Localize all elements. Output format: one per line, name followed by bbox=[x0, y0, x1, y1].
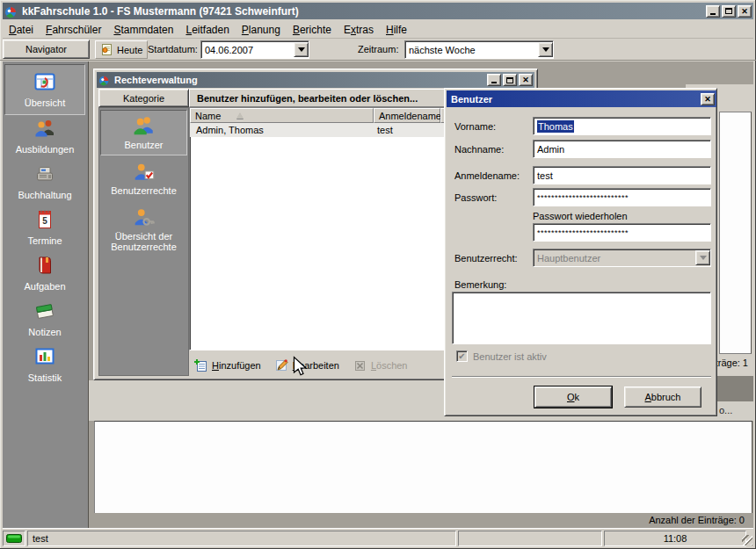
maximize-icon[interactable] bbox=[503, 74, 517, 86]
status-time-label: 11:08 bbox=[664, 533, 687, 544]
status-empty-panel bbox=[458, 531, 602, 546]
passwort-wiederholen-label: Passwort wiederholen bbox=[533, 211, 628, 221]
menu-datei[interactable]: Datei bbox=[3, 22, 40, 38]
kategorie-header-label: Kategorie bbox=[123, 93, 164, 104]
startdatum-dropdown-icon[interactable] bbox=[294, 42, 309, 57]
minimize-icon[interactable] bbox=[487, 74, 501, 86]
benutzer-aktiv-checkbox[interactable]: ✔ Benutzer ist aktiv bbox=[456, 350, 547, 362]
background-list-bottom bbox=[94, 421, 752, 513]
menubar: Datei Fahrschüler Stammdaten Leitfaden P… bbox=[3, 21, 753, 39]
kategorie-item-benutzer[interactable]: Benutzer bbox=[100, 110, 187, 155]
statusbar: test 11:08 bbox=[3, 528, 753, 546]
sidebar-item-label: Notizen bbox=[28, 327, 61, 337]
anmeldename-field[interactable]: test bbox=[533, 166, 711, 184]
svg-text:5: 5 bbox=[42, 216, 47, 226]
kategorie-item-benutzerrechte[interactable]: Benutzerrechte bbox=[100, 161, 187, 203]
ok-button[interactable]: Ok bbox=[534, 386, 612, 408]
sidebar-item-termine[interactable]: 5 Termine bbox=[4, 209, 85, 255]
anmeldename-label: Anmeldename: bbox=[454, 170, 520, 181]
application-window: kkFahrschule 1.0 - FS Mustermann (97421 … bbox=[0, 0, 756, 549]
resize-grip[interactable] bbox=[742, 535, 752, 545]
status-indicator-panel bbox=[3, 531, 25, 546]
vorname-label: Vorname: bbox=[454, 121, 496, 132]
buchhaltung-icon bbox=[34, 163, 55, 184]
aufgaben-icon bbox=[34, 255, 55, 276]
menu-leitfaden[interactable]: Leitfaden bbox=[179, 22, 235, 38]
panel-header-label: Benutzer hinzufügen, bearbeiten oder lös… bbox=[197, 93, 418, 104]
menu-extras[interactable]: Extras bbox=[338, 22, 380, 38]
kategorie-item-label: Benutzer bbox=[124, 140, 163, 150]
background-list-fragment bbox=[719, 112, 752, 354]
sidebar-item-label: Ausbildungen bbox=[16, 144, 75, 155]
kategorie-header-button[interactable]: Kategorie bbox=[98, 89, 189, 107]
loeschen-button[interactable]: Löschen bbox=[353, 358, 408, 372]
benutzerrecht-dropdown-icon bbox=[695, 250, 710, 265]
zeitraum-dropdown-icon[interactable] bbox=[538, 42, 553, 57]
startdatum-combobox[interactable]: 04.06.2007 bbox=[200, 40, 309, 59]
dialog-separator bbox=[452, 376, 711, 378]
navigator-header-button[interactable]: Navigator bbox=[3, 40, 90, 59]
online-led-icon bbox=[6, 534, 22, 543]
app-title: kkFahrschule 1.0 - FS Mustermann (97421 … bbox=[22, 5, 299, 18]
menu-planung[interactable]: Planung bbox=[236, 22, 287, 38]
bearbeiten-icon bbox=[274, 358, 288, 372]
minimize-icon[interactable] bbox=[706, 5, 720, 18]
sidebar-item-label: Buchhaltung bbox=[18, 190, 71, 200]
uebersicht-der-benutzerrechte-icon bbox=[133, 206, 156, 229]
sidebar-item-ausbildungen[interactable]: Ausbildungen bbox=[4, 118, 85, 163]
heute-icon bbox=[100, 43, 113, 56]
rechteverwaltung-title: Rechteverwaltung bbox=[114, 75, 198, 85]
hinzufuegen-button[interactable]: Hinzufügen bbox=[193, 358, 261, 372]
bemerkung-textarea[interactable] bbox=[452, 292, 711, 344]
close-icon[interactable]: ✕ bbox=[701, 93, 715, 105]
heute-button[interactable]: Heute bbox=[95, 40, 148, 59]
zeitraum-value: nächste Woche bbox=[405, 45, 538, 55]
nachname-field[interactable]: Admin bbox=[533, 140, 711, 158]
checkbox-checked-icon: ✔ bbox=[456, 350, 468, 362]
kategorie-item-uebersicht-der-benutzerrechte[interactable]: Übersicht der Benutzerrechte bbox=[100, 206, 187, 263]
menu-fahrschueler[interactable]: Fahrschüler bbox=[40, 22, 107, 38]
sidebar-item-buchhaltung[interactable]: Buchhaltung bbox=[4, 163, 85, 209]
menu-stammdaten[interactable]: Stammdaten bbox=[107, 22, 179, 38]
ausbildungen-icon bbox=[34, 118, 55, 139]
benutzer-dialog-title: Benutzer bbox=[451, 94, 492, 105]
menu-berichte[interactable]: Berichte bbox=[287, 22, 338, 38]
sidebar-item-aufgaben[interactable]: Aufgaben bbox=[4, 255, 85, 300]
benutzerrecht-value: Hauptbenutzer bbox=[534, 253, 695, 264]
checkbox-label: Benutzer ist aktiv bbox=[473, 351, 547, 362]
benutzer-dialog-titlebar[interactable]: Benutzer ✕ bbox=[447, 90, 716, 107]
benutzerrecht-combobox[interactable]: Hauptbenutzer bbox=[533, 249, 711, 267]
app-icon bbox=[4, 4, 18, 18]
mouse-cursor-icon bbox=[293, 356, 309, 380]
menu-hilfe[interactable]: Hilfe bbox=[380, 22, 413, 38]
sidebar-item-label: Aufgaben bbox=[24, 281, 65, 292]
app-titlebar[interactable]: kkFahrschule 1.0 - FS Mustermann (97421 … bbox=[3, 3, 753, 19]
kategorie-item-label: Benutzerrechte bbox=[111, 185, 177, 196]
sidebar-item-notizen[interactable]: Notizen bbox=[4, 300, 85, 346]
column-header-name[interactable]: Name bbox=[190, 108, 374, 123]
status-user-panel: test bbox=[27, 531, 456, 546]
notizen-icon bbox=[34, 300, 55, 321]
passwort-field[interactable]: ************************** bbox=[533, 188, 711, 206]
zeitraum-combobox[interactable]: nächste Woche bbox=[404, 40, 554, 59]
abbruch-button[interactable]: Abbruch bbox=[624, 386, 701, 408]
loeschen-icon bbox=[353, 358, 367, 372]
vorname-field[interactable]: Thomas bbox=[533, 117, 711, 135]
row-anmeldename-cell: test bbox=[374, 125, 440, 135]
uebersicht-icon bbox=[34, 71, 55, 92]
sidebar-item-statistik[interactable]: Statistik bbox=[4, 346, 85, 392]
navigator-header-label: Navigator bbox=[25, 44, 67, 54]
sidebar-item-uebersicht[interactable]: Übersicht bbox=[4, 64, 85, 115]
maximize-icon[interactable] bbox=[722, 5, 736, 18]
rechteverwaltung-titlebar[interactable]: Rechteverwaltung ✕ bbox=[97, 72, 534, 88]
startdatum-label: Startdatum: bbox=[148, 44, 198, 54]
benutzer-dialog: Benutzer ✕ Vorname: Thomas Nachname: Adm… bbox=[444, 88, 717, 416]
close-icon[interactable]: ✕ bbox=[519, 74, 533, 86]
column-header-anmeldename[interactable]: Anmeldename bbox=[374, 108, 440, 123]
passwort-wiederholen-field[interactable]: ************************** bbox=[533, 223, 711, 242]
close-icon[interactable]: ✕ bbox=[738, 5, 752, 18]
status-user-label: test bbox=[33, 533, 48, 544]
benutzer-icon bbox=[133, 114, 156, 137]
termine-icon: 5 bbox=[34, 209, 55, 230]
zeitraum-label: Zeitraum: bbox=[358, 44, 398, 54]
